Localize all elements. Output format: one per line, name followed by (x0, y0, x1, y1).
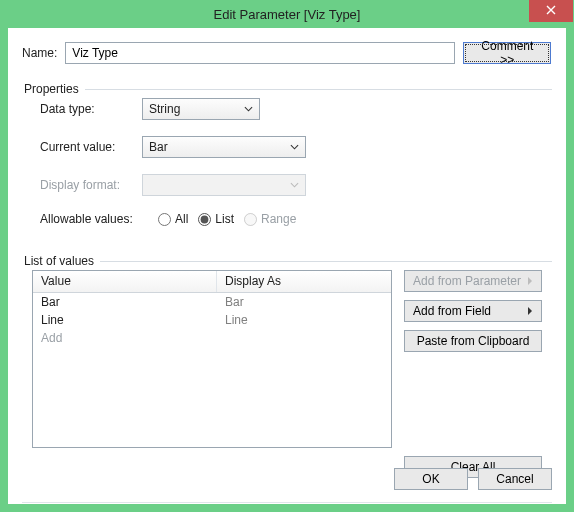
display-format-select (142, 174, 306, 196)
allowable-values-label: Allowable values: (40, 212, 148, 226)
chevron-down-icon (290, 182, 299, 188)
window-title: Edit Parameter [Viz Type] (0, 7, 574, 22)
table-row[interactable]: Bar Bar (33, 293, 391, 311)
triangle-right-icon (527, 276, 533, 286)
cell-display-as[interactable]: Bar (217, 294, 391, 310)
data-type-select[interactable]: String (142, 98, 260, 120)
ok-button[interactable]: OK (394, 468, 468, 490)
cancel-button[interactable]: Cancel (478, 468, 552, 490)
table-row-add[interactable]: Add (33, 329, 391, 347)
list-of-values-group: List of values Value Display As Bar Bar … (22, 254, 552, 484)
table-row[interactable]: Line Line (33, 311, 391, 329)
divider (22, 502, 552, 503)
comment-button[interactable]: Comment >> (463, 42, 551, 64)
display-format-label: Display format: (40, 178, 132, 192)
triangle-right-icon (527, 306, 533, 316)
paste-from-clipboard-button[interactable]: Paste from Clipboard (404, 330, 542, 352)
name-label: Name: (22, 46, 57, 60)
client-area: Name: Comment >> Properties Data type: S… (8, 28, 566, 504)
close-icon (546, 4, 556, 18)
current-value-label: Current value: (40, 140, 132, 154)
col-value[interactable]: Value (33, 271, 217, 292)
current-value-value: Bar (149, 140, 168, 154)
values-table[interactable]: Value Display As Bar Bar Line Line (32, 270, 392, 448)
name-input[interactable] (65, 42, 455, 64)
dialog-window: Edit Parameter [Viz Type] Name: Comment … (0, 0, 574, 512)
properties-legend: Properties (22, 82, 85, 96)
properties-group: Properties Data type: String Current val… (22, 82, 552, 234)
cell-value[interactable]: Line (33, 312, 217, 328)
chevron-down-icon (290, 144, 299, 150)
table-header: Value Display As (33, 271, 391, 293)
radio-range-label: Range (261, 212, 296, 226)
radio-range: Range (244, 212, 296, 226)
add-placeholder[interactable]: Add (33, 330, 217, 346)
radio-all-label: All (175, 212, 188, 226)
radio-all[interactable]: All (158, 212, 188, 226)
radio-list[interactable]: List (198, 212, 234, 226)
data-type-value: String (149, 102, 180, 116)
cell-display-as[interactable]: Line (217, 312, 391, 328)
data-type-label: Data type: (40, 102, 132, 116)
cell-value[interactable]: Bar (33, 294, 217, 310)
add-from-field-label: Add from Field (413, 304, 491, 318)
table-body: Bar Bar Line Line Add (33, 293, 391, 447)
titlebar: Edit Parameter [Viz Type] (0, 0, 574, 28)
add-from-parameter-button: Add from Parameter (404, 270, 542, 292)
current-value-select[interactable]: Bar (142, 136, 306, 158)
add-from-field-button[interactable]: Add from Field (404, 300, 542, 322)
add-from-parameter-label: Add from Parameter (413, 274, 521, 288)
close-button[interactable] (529, 0, 573, 22)
col-display-as[interactable]: Display As (217, 271, 391, 292)
list-of-values-legend: List of values (22, 254, 100, 268)
radio-list-label: List (215, 212, 234, 226)
chevron-down-icon (244, 106, 253, 112)
